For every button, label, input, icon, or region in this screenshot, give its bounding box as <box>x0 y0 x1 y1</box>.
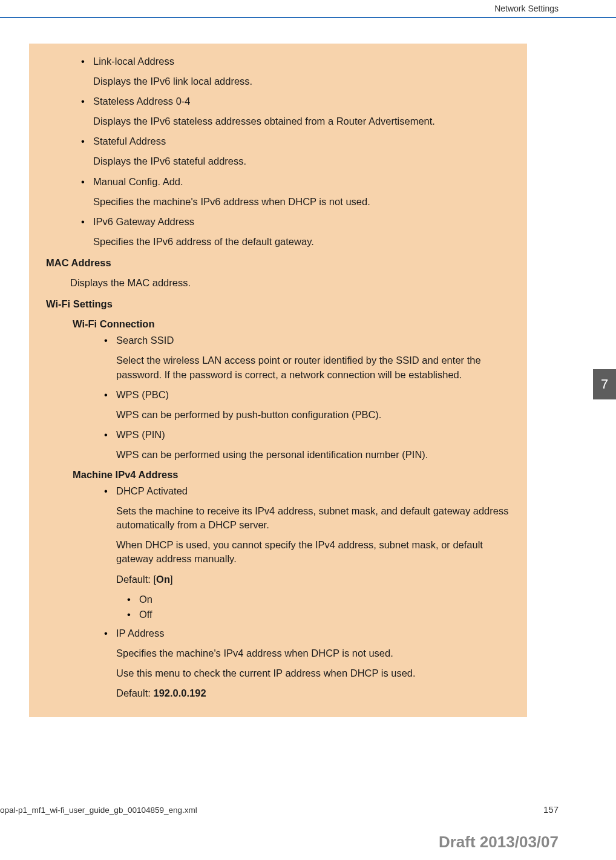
item-ip-address-desc1: Specifies the machine's IPv4 address whe… <box>116 646 510 660</box>
item-wps-pin-desc: WPS can be performed using the personal … <box>116 448 510 462</box>
item-dhcp-default: Default: [On] <box>116 573 510 586</box>
item-ipv6-gateway-desc: Specifies the IPv6 address of the defaul… <box>93 235 510 249</box>
chapter-tab: 7 <box>593 369 616 399</box>
item-search-ssid-desc: Select the wireless LAN access point or … <box>116 353 510 381</box>
ip-default-value: 192.0.0.192 <box>153 688 206 698</box>
dhcp-option-on: On <box>127 592 510 606</box>
heading-mac-address: MAC Address <box>46 256 510 270</box>
dhcp-default-suffix: ] <box>170 574 173 585</box>
item-stateless-desc: Displays the IPv6 stateless addresses ob… <box>93 114 510 128</box>
page-number: 157 <box>543 804 559 815</box>
item-stateful-title: Stateful Address <box>81 134 510 148</box>
item-dhcp-activated-desc2: When DHCP is used, you cannot specify th… <box>116 538 510 566</box>
item-link-local-title: Link-local Address <box>81 54 510 68</box>
ip-default-prefix: Default: <box>116 688 153 698</box>
header-section: Network Settings <box>494 4 559 13</box>
item-wps-pin-title: WPS (PIN) <box>104 428 510 442</box>
dhcp-default-prefix: Default: [ <box>116 574 156 585</box>
item-ipv6-gateway-title: IPv6 Gateway Address <box>81 215 510 229</box>
dhcp-default-value: On <box>156 574 170 585</box>
item-dhcp-activated-desc1: Sets the machine to receive its IPv4 add… <box>116 504 510 532</box>
item-ip-address-title: IP Address <box>104 626 510 640</box>
item-manual-config-desc: Specifies the machine's IPv6 address whe… <box>93 195 510 209</box>
heading-machine-ipv4: Machine IPv4 Address <box>73 468 510 482</box>
item-ip-address-desc2: Use this menu to check the current IP ad… <box>116 666 510 680</box>
header-rule <box>0 17 616 18</box>
heading-wifi-connection: Wi-Fi Connection <box>73 317 510 331</box>
mac-address-desc: Displays the MAC address. <box>70 276 510 290</box>
dhcp-option-off: Off <box>127 608 510 622</box>
item-ip-default: Default: 192.0.0.192 <box>116 686 510 700</box>
item-dhcp-activated-title: DHCP Activated <box>104 484 510 498</box>
item-search-ssid-title: Search SSID <box>104 333 510 347</box>
content-panel: Link-local Address Displays the IPv6 lin… <box>29 44 527 717</box>
item-wps-pbc-desc: WPS can be performed by push-button conf… <box>116 408 510 422</box>
item-manual-config-title: Manual Config. Add. <box>81 175 510 189</box>
item-wps-pbc-title: WPS (PBC) <box>104 388 510 402</box>
item-stateful-desc: Displays the IPv6 stateful address. <box>93 154 510 168</box>
draft-stamp: Draft 2013/03/07 <box>439 833 559 852</box>
heading-wifi-settings: Wi-Fi Settings <box>46 297 510 311</box>
item-stateless-title: Stateless Address 0-4 <box>81 94 510 108</box>
footer-filename: opal-p1_mf1_wi-fi_user_guide_gb_00104859… <box>0 806 197 815</box>
item-link-local-desc: Displays the IPv6 link local address. <box>93 74 510 88</box>
